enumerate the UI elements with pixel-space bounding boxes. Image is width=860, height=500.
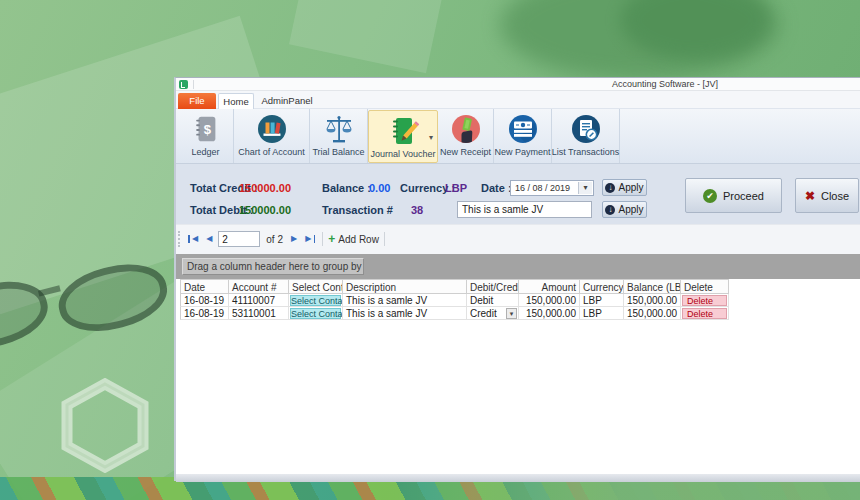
total-debit-value: 150000.00 — [239, 202, 291, 218]
first-record-button[interactable]: ◀ — [186, 231, 202, 247]
tab-adminpanel[interactable]: AdminPanel — [256, 93, 318, 109]
proceed-button[interactable]: ✔ Proceed — [685, 178, 782, 213]
apply-description-button[interactable]: ↓ Apply — [602, 201, 647, 218]
cell-currency[interactable]: LBP — [580, 307, 624, 320]
cell-delete: Delete — [681, 307, 729, 320]
cell-amount[interactable]: 150,000.00 — [519, 294, 580, 307]
toolbar-grip-icon[interactable] — [178, 231, 182, 247]
calendar-dropdown-icon[interactable]: ▾ — [578, 182, 592, 194]
chevron-down-icon[interactable]: ▾ — [506, 308, 517, 319]
titlebar-separator — [193, 80, 194, 89]
apply-date-button[interactable]: ↓ Apply — [602, 179, 647, 196]
apply-button-label: Apply — [618, 182, 643, 193]
balance-value: 0.00 — [369, 180, 390, 196]
tab-file[interactable]: File — [178, 93, 216, 109]
table-row: 16-08-19 53110001 Select Contact This is… — [180, 307, 729, 320]
select-contact-button[interactable]: Select Contact — [290, 295, 341, 306]
svg-text:$: $ — [203, 122, 211, 137]
delete-row-button[interactable]: Delete — [682, 308, 727, 319]
cell-date[interactable]: 16-08-19 — [180, 294, 229, 307]
cell-debit-credit-combo[interactable]: Credit ▾ — [467, 307, 519, 320]
grid-group-panel[interactable]: Drag a column header here to group by th… — [176, 254, 860, 279]
toolbar-item-label: New Payment — [494, 147, 550, 157]
grid-header-row: Date Account # Select Contact Descriptio… — [180, 279, 729, 294]
separator — [322, 232, 323, 246]
cell-account[interactable]: 41110007 — [229, 294, 289, 307]
toolbar-item-label: Journal Voucher — [370, 149, 435, 159]
cell-select-contact: Select Contact — [289, 294, 343, 307]
hand-money-icon — [450, 112, 482, 146]
record-number-input[interactable] — [218, 231, 260, 247]
glasses-lens — [52, 254, 174, 341]
window-title: Accounting Software - [JV] — [612, 79, 718, 89]
ledger-book-icon: $ — [191, 112, 221, 146]
add-row-button[interactable]: Add Row — [338, 234, 379, 245]
currency-value: LBP — [445, 180, 467, 196]
delete-row-button[interactable]: Delete — [682, 295, 727, 306]
column-header-amount[interactable]: Amount — [519, 280, 580, 293]
last-record-button[interactable]: ▶ — [301, 231, 317, 247]
column-header-description[interactable]: Description — [343, 280, 467, 293]
journal-entries-grid: Date Account # Select Contact Descriptio… — [180, 279, 729, 320]
ribbon-tab-row: File Home AdminPanel — [176, 91, 860, 109]
column-header-balance[interactable]: Balance (LBP) — [624, 280, 681, 293]
cell-balance[interactable]: 150,000.00 — [624, 294, 681, 307]
record-navigator-row: ◀ ◀ of 2 ▶ ▶ + Add Row — [176, 224, 860, 254]
select-contact-button[interactable]: Select Contact — [290, 308, 341, 319]
toolbar-item-chart-of-account[interactable]: Chart of Account — [234, 109, 310, 163]
toolbar-item-new-receipt[interactable]: New Receipt — [438, 109, 494, 163]
window-bottom-border — [176, 474, 860, 482]
toolbar-item-new-payment[interactable]: New Payment — [494, 109, 552, 163]
group-by-hint: Drag a column header here to group by th… — [182, 258, 364, 275]
apply-button-label: Apply — [618, 204, 643, 215]
proceed-button-label: Proceed — [723, 190, 764, 202]
toolbar-item-label: List Transactions — [552, 147, 620, 157]
column-header-delete[interactable]: Delete — [681, 280, 729, 293]
toolbar-item-label: Ledger — [191, 147, 219, 157]
date-picker-field[interactable]: 16 / 08 / 2019 ▾ — [510, 180, 594, 196]
table-row: 16-08-19 41110007 Select Contact This is… — [180, 294, 729, 307]
plus-icon: + — [328, 232, 335, 246]
toolbar-item-trial-balance[interactable]: Trial Balance — [310, 109, 368, 163]
brand-hexagon-logo — [55, 378, 155, 473]
combo-value: Credit — [470, 307, 497, 320]
separator — [384, 232, 385, 246]
cell-description[interactable]: This is a samle JV — [343, 307, 467, 320]
column-header-date[interactable]: Date — [180, 280, 229, 293]
cell-date[interactable]: 16-08-19 — [180, 307, 229, 320]
next-record-button[interactable]: ▶ — [287, 231, 301, 247]
cell-amount[interactable]: 150,000.00 — [519, 307, 580, 320]
background-paper — [289, 0, 451, 73]
window-titlebar[interactable]: Accounting Software - [JV] — [176, 78, 860, 91]
previous-record-button[interactable]: ◀ — [202, 231, 216, 247]
transaction-number-value: 38 — [411, 202, 423, 218]
cell-debit-credit[interactable]: Debit — [467, 294, 519, 307]
chevron-down-icon[interactable]: ▾ — [429, 133, 433, 142]
cell-currency[interactable]: LBP — [580, 294, 624, 307]
toolbar-item-list-transactions[interactable]: List Transactions — [552, 109, 620, 163]
glasses-lens — [0, 272, 54, 359]
cell-description[interactable]: This is a samle JV — [343, 294, 467, 307]
toolbar-item-label: Trial Balance — [312, 147, 364, 157]
cell-balance[interactable]: 150,000.00 — [624, 307, 681, 320]
journal-notebook-pencil-icon — [387, 114, 419, 148]
column-header-select-contact[interactable]: Select Contact — [289, 280, 343, 293]
glasses-bridge — [38, 285, 61, 298]
record-count-label: of 2 — [266, 234, 283, 245]
document-search-icon — [570, 112, 602, 146]
date-label: Date : — [481, 180, 512, 196]
ribbon-toolbar: $ Ledger Chart of Account — [176, 109, 860, 164]
column-header-debit-credit[interactable]: Debit/Credit — [467, 280, 519, 293]
toolbar-item-label: New Receipt — [440, 147, 491, 157]
tab-home[interactable]: Home — [218, 93, 254, 109]
column-header-currency[interactable]: Currency — [580, 280, 624, 293]
app-window: Accounting Software - [JV] File Home Adm… — [174, 77, 860, 481]
toolbar-item-journal-voucher[interactable]: ▾ Journal Voucher — [368, 110, 438, 163]
column-header-account[interactable]: Account # — [229, 280, 289, 293]
transaction-number-label: Transaction # — [322, 202, 393, 218]
toolbar-item-ledger[interactable]: $ Ledger — [178, 109, 234, 163]
check-icon: ✔ — [703, 189, 717, 203]
description-input[interactable] — [457, 201, 592, 218]
close-button[interactable]: ✖ Close — [795, 178, 859, 213]
cell-account[interactable]: 53110001 — [229, 307, 289, 320]
